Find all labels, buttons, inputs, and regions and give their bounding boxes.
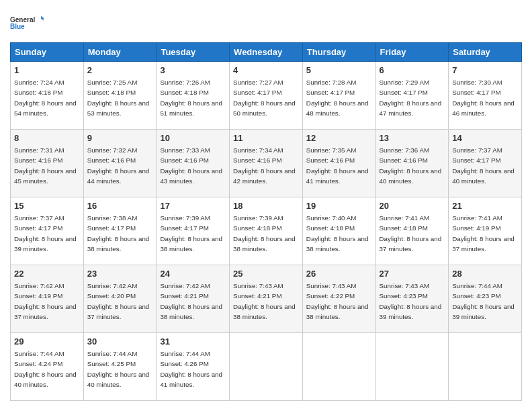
weekday-header: Friday xyxy=(375,43,449,62)
weekday-header: Monday xyxy=(83,43,157,62)
day-number: 31 xyxy=(160,336,226,348)
cell-info: Sunrise: 7:41 AMSunset: 4:18 PMDaylight:… xyxy=(380,214,442,253)
cell-info: Sunrise: 7:35 AMSunset: 4:16 PMDaylight:… xyxy=(306,146,369,185)
day-number: 22 xyxy=(14,268,80,280)
day-number: 4 xyxy=(233,64,299,77)
cell-info: Sunrise: 7:44 AMSunset: 4:24 PMDaylight:… xyxy=(14,350,77,388)
cell-info: Sunrise: 7:44 AMSunset: 4:25 PMDaylight:… xyxy=(87,350,150,388)
calendar-cell: 25 Sunrise: 7:43 AMSunset: 4:21 PMDaylig… xyxy=(230,265,303,333)
weekday-header: Thursday xyxy=(302,43,375,62)
day-number: 6 xyxy=(380,64,445,77)
cell-info: Sunrise: 7:33 AMSunset: 4:16 PMDaylight:… xyxy=(160,146,222,185)
day-number: 5 xyxy=(306,64,372,77)
cell-info: Sunrise: 7:29 AMSunset: 4:17 PMDaylight:… xyxy=(380,79,442,117)
day-number: 2 xyxy=(87,64,153,77)
cell-info: Sunrise: 7:34 AMSunset: 4:16 PMDaylight:… xyxy=(233,146,296,185)
calendar-cell xyxy=(449,333,522,401)
calendar-cell: 13 Sunrise: 7:36 AMSunset: 4:16 PMDaylig… xyxy=(375,130,449,197)
day-number: 15 xyxy=(14,200,80,212)
cell-info: Sunrise: 7:43 AMSunset: 4:22 PMDaylight:… xyxy=(306,282,369,320)
calendar-cell: 22 Sunrise: 7:42 AMSunset: 4:19 PMDaylig… xyxy=(11,265,84,333)
day-number: 11 xyxy=(233,132,299,144)
calendar-cell: 11 Sunrise: 7:34 AMSunset: 4:16 PMDaylig… xyxy=(230,130,303,197)
day-number: 21 xyxy=(452,200,518,212)
day-number: 19 xyxy=(306,200,372,212)
calendar-cell xyxy=(302,333,375,401)
day-number: 23 xyxy=(87,268,153,280)
cell-info: Sunrise: 7:42 AMSunset: 4:19 PMDaylight:… xyxy=(14,282,77,320)
calendar-cell: 18 Sunrise: 7:39 AMSunset: 4:18 PMDaylig… xyxy=(230,197,303,265)
day-number: 27 xyxy=(380,268,445,280)
cell-info: Sunrise: 7:24 AMSunset: 4:18 PMDaylight:… xyxy=(14,79,77,117)
cell-info: Sunrise: 7:43 AMSunset: 4:23 PMDaylight:… xyxy=(380,282,442,320)
calendar-cell: 31 Sunrise: 7:44 AMSunset: 4:26 PMDaylig… xyxy=(157,333,230,401)
cell-info: Sunrise: 7:37 AMSunset: 4:17 PMDaylight:… xyxy=(14,214,77,253)
cell-info: Sunrise: 7:42 AMSunset: 4:20 PMDaylight:… xyxy=(87,282,150,320)
cell-info: Sunrise: 7:28 AMSunset: 4:17 PMDaylight:… xyxy=(306,79,369,117)
cell-info: Sunrise: 7:36 AMSunset: 4:16 PMDaylight:… xyxy=(380,146,442,185)
calendar-cell: 28 Sunrise: 7:44 AMSunset: 4:23 PMDaylig… xyxy=(449,265,522,333)
cell-info: Sunrise: 7:38 AMSunset: 4:17 PMDaylight:… xyxy=(87,214,150,253)
svg-text:Blue: Blue xyxy=(10,23,25,30)
day-number: 9 xyxy=(87,132,153,144)
calendar-cell: 26 Sunrise: 7:43 AMSunset: 4:22 PMDaylig… xyxy=(302,265,375,333)
calendar-cell: 19 Sunrise: 7:40 AMSunset: 4:18 PMDaylig… xyxy=(302,197,375,265)
calendar-cell: 20 Sunrise: 7:41 AMSunset: 4:18 PMDaylig… xyxy=(375,197,449,265)
calendar-cell: 24 Sunrise: 7:42 AMSunset: 4:21 PMDaylig… xyxy=(157,265,230,333)
header: General Blue xyxy=(10,10,522,36)
calendar-cell: 8 Sunrise: 7:31 AMSunset: 4:16 PMDayligh… xyxy=(11,130,84,197)
day-number: 17 xyxy=(160,200,226,212)
weekday-header: Wednesday xyxy=(230,43,303,62)
day-number: 14 xyxy=(452,132,518,144)
cell-info: Sunrise: 7:42 AMSunset: 4:21 PMDaylight:… xyxy=(160,282,222,320)
calendar-cell: 15 Sunrise: 7:37 AMSunset: 4:17 PMDaylig… xyxy=(11,197,84,265)
day-number: 28 xyxy=(452,268,518,280)
cell-info: Sunrise: 7:41 AMSunset: 4:19 PMDaylight:… xyxy=(452,214,515,253)
cell-info: Sunrise: 7:27 AMSunset: 4:17 PMDaylight:… xyxy=(233,79,296,117)
day-number: 26 xyxy=(306,268,372,280)
day-number: 3 xyxy=(160,64,226,77)
calendar-table: SundayMondayTuesdayWednesdayThursdayFrid… xyxy=(10,42,522,401)
weekday-header: Tuesday xyxy=(157,43,230,62)
cell-info: Sunrise: 7:37 AMSunset: 4:17 PMDaylight:… xyxy=(452,146,515,185)
day-number: 24 xyxy=(160,268,226,280)
day-number: 7 xyxy=(452,64,518,77)
cell-info: Sunrise: 7:40 AMSunset: 4:18 PMDaylight:… xyxy=(306,214,369,253)
cell-info: Sunrise: 7:39 AMSunset: 4:18 PMDaylight:… xyxy=(233,214,296,253)
logo: General Blue xyxy=(10,10,44,36)
calendar-cell: 10 Sunrise: 7:33 AMSunset: 4:16 PMDaylig… xyxy=(157,130,230,197)
calendar-cell: 14 Sunrise: 7:37 AMSunset: 4:17 PMDaylig… xyxy=(449,130,522,197)
day-number: 29 xyxy=(14,336,80,348)
cell-info: Sunrise: 7:32 AMSunset: 4:16 PMDaylight:… xyxy=(87,146,150,185)
cell-info: Sunrise: 7:39 AMSunset: 4:17 PMDaylight:… xyxy=(160,214,222,253)
calendar-cell: 17 Sunrise: 7:39 AMSunset: 4:17 PMDaylig… xyxy=(157,197,230,265)
day-number: 12 xyxy=(306,132,372,144)
cell-info: Sunrise: 7:31 AMSunset: 4:16 PMDaylight:… xyxy=(14,146,77,185)
calendar-cell: 12 Sunrise: 7:35 AMSunset: 4:16 PMDaylig… xyxy=(302,130,375,197)
day-number: 1 xyxy=(14,64,80,77)
cell-info: Sunrise: 7:44 AMSunset: 4:26 PMDaylight:… xyxy=(160,350,222,388)
day-number: 20 xyxy=(380,200,445,212)
calendar-cell: 5 Sunrise: 7:28 AMSunset: 4:17 PMDayligh… xyxy=(302,62,375,130)
day-number: 8 xyxy=(14,132,80,144)
cell-info: Sunrise: 7:25 AMSunset: 4:18 PMDaylight:… xyxy=(87,79,150,117)
day-number: 10 xyxy=(160,132,226,144)
day-number: 16 xyxy=(87,200,153,212)
calendar-cell: 7 Sunrise: 7:30 AMSunset: 4:17 PMDayligh… xyxy=(449,62,522,130)
weekday-header: Sunday xyxy=(11,43,84,62)
calendar-cell: 27 Sunrise: 7:43 AMSunset: 4:23 PMDaylig… xyxy=(375,265,449,333)
calendar-cell: 23 Sunrise: 7:42 AMSunset: 4:20 PMDaylig… xyxy=(83,265,157,333)
cell-info: Sunrise: 7:44 AMSunset: 4:23 PMDaylight:… xyxy=(452,282,515,320)
calendar-cell xyxy=(375,333,449,401)
weekday-header: Saturday xyxy=(449,43,522,62)
calendar-cell: 6 Sunrise: 7:29 AMSunset: 4:17 PMDayligh… xyxy=(375,62,449,130)
calendar-cell xyxy=(230,333,303,401)
cell-info: Sunrise: 7:30 AMSunset: 4:17 PMDaylight:… xyxy=(452,79,515,117)
calendar-cell: 2 Sunrise: 7:25 AMSunset: 4:18 PMDayligh… xyxy=(83,62,157,130)
page: General Blue SundayMondayTuesdayWednesda… xyxy=(0,0,532,411)
day-number: 25 xyxy=(233,268,299,280)
logo-svg: General Blue xyxy=(10,10,44,36)
day-number: 13 xyxy=(380,132,445,144)
calendar-cell: 9 Sunrise: 7:32 AMSunset: 4:16 PMDayligh… xyxy=(83,130,157,197)
calendar-cell: 16 Sunrise: 7:38 AMSunset: 4:17 PMDaylig… xyxy=(83,197,157,265)
